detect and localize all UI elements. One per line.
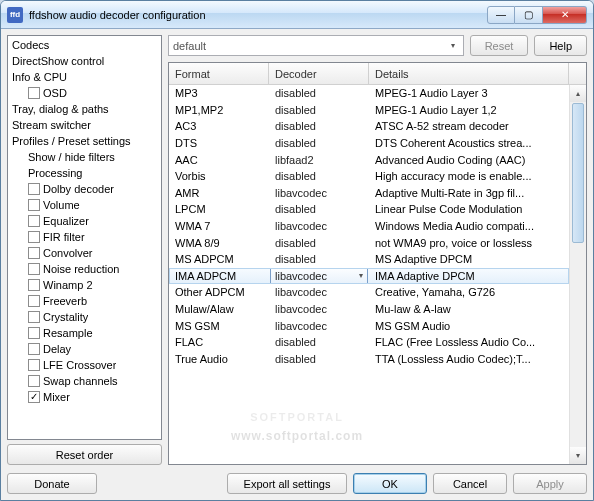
cell-decoder[interactable]: disabled xyxy=(269,137,369,149)
column-header-details[interactable]: Details xyxy=(369,63,569,84)
checkbox-icon[interactable] xyxy=(28,343,40,355)
tree-item[interactable]: Profiles / Preset settings xyxy=(8,133,161,149)
table-row[interactable]: MP1,MP2disabledMPEG-1 Audio Layer 1,2 xyxy=(169,102,569,119)
tree-item[interactable]: LFE Crossover xyxy=(8,357,161,373)
cell-decoder[interactable]: disabled xyxy=(269,87,369,99)
cell-format: WMA 7 xyxy=(169,220,269,232)
table-row[interactable]: LPCMdisabledLinear Pulse Code Modulation xyxy=(169,201,569,218)
table-row[interactable]: AC3disabledATSC A-52 stream decoder xyxy=(169,118,569,135)
scroll-down-icon[interactable]: ▾ xyxy=(570,447,586,464)
cell-decoder[interactable]: disabled xyxy=(269,336,369,348)
column-header-decoder[interactable]: Decoder xyxy=(269,63,369,84)
tree-item[interactable]: OSD xyxy=(8,85,161,101)
tree-item[interactable]: Crystality xyxy=(8,309,161,325)
tree-item[interactable]: Winamp 2 xyxy=(8,277,161,293)
cell-decoder[interactable]: libfaad2 xyxy=(269,154,369,166)
cell-decoder[interactable]: disabled xyxy=(269,353,369,365)
checkbox-icon[interactable] xyxy=(28,295,40,307)
checkbox-icon[interactable] xyxy=(28,279,40,291)
tree-item[interactable]: Equalizer xyxy=(8,213,161,229)
tree-item[interactable]: Info & CPU xyxy=(8,69,161,85)
cell-decoder[interactable]: libavcodec xyxy=(269,187,369,199)
tree-item[interactable]: Freeverb xyxy=(8,293,161,309)
checkbox-icon[interactable] xyxy=(28,263,40,275)
ok-button[interactable]: OK xyxy=(353,473,427,494)
checkbox-icon[interactable] xyxy=(28,359,40,371)
column-header-format[interactable]: Format xyxy=(169,63,269,84)
tree-item[interactable]: Noise reduction xyxy=(8,261,161,277)
checkbox-icon[interactable] xyxy=(28,247,40,259)
tree-item[interactable]: Convolver xyxy=(8,245,161,261)
table-row[interactable]: MP3disabledMPEG-1 Audio Layer 3 xyxy=(169,85,569,102)
cell-decoder[interactable]: disabled xyxy=(269,237,369,249)
reset-button[interactable]: Reset xyxy=(470,35,529,56)
cell-decoder[interactable]: libavcodec xyxy=(269,220,369,232)
table-row[interactable]: MS GSMlibavcodecMS GSM Audio xyxy=(169,317,569,334)
apply-button[interactable]: Apply xyxy=(513,473,587,494)
tree-item[interactable]: Delay xyxy=(8,341,161,357)
tree-item[interactable]: Show / hide filters xyxy=(8,149,161,165)
checkbox-icon[interactable] xyxy=(28,215,40,227)
tree-item[interactable]: Tray, dialog & paths xyxy=(8,101,161,117)
cell-decoder[interactable]: libavcodec xyxy=(269,303,369,315)
cell-decoder[interactable]: libavcodec xyxy=(269,320,369,332)
checkbox-icon[interactable]: ✓ xyxy=(28,391,40,403)
reset-order-button[interactable]: Reset order xyxy=(7,444,162,465)
checkbox-icon[interactable] xyxy=(28,311,40,323)
tree-item[interactable]: FIR filter xyxy=(8,229,161,245)
maximize-button[interactable]: ▢ xyxy=(515,6,543,24)
cell-decoder[interactable]: disabled xyxy=(269,253,369,265)
cell-format: AC3 xyxy=(169,120,269,132)
checkbox-icon[interactable] xyxy=(28,183,40,195)
cell-details: MPEG-1 Audio Layer 3 xyxy=(369,87,569,99)
vertical-scrollbar[interactable]: ▴ ▾ xyxy=(569,85,586,464)
checkbox-icon[interactable] xyxy=(28,231,40,243)
table-row[interactable]: DTSdisabledDTS Coherent Acoustics strea.… xyxy=(169,135,569,152)
minimize-button[interactable]: — xyxy=(487,6,515,24)
tree-item[interactable]: Swap channels xyxy=(8,373,161,389)
checkbox-icon[interactable] xyxy=(28,327,40,339)
checkbox-icon[interactable] xyxy=(28,87,40,99)
table-row[interactable]: WMA 7libavcodecWindows Media Audio compa… xyxy=(169,218,569,235)
export-button[interactable]: Export all settings xyxy=(227,473,347,494)
tree-item[interactable]: Resample xyxy=(8,325,161,341)
cell-decoder[interactable]: disabled xyxy=(269,104,369,116)
decoder-select[interactable]: libavcodec▾ xyxy=(270,268,368,284)
cell-decoder[interactable]: libavcodec▾ xyxy=(269,268,369,284)
sidebar-tree[interactable]: CodecsDirectShow controlInfo & CPUOSDTra… xyxy=(7,35,162,440)
checkbox-icon[interactable] xyxy=(28,375,40,387)
table-row[interactable]: AAClibfaad2Advanced Audio Coding (AAC) xyxy=(169,151,569,168)
table-row[interactable]: AMRlibavcodecAdaptive Multi-Rate in 3gp … xyxy=(169,185,569,202)
table-row[interactable]: Other ADPCMlibavcodecCreative, Yamaha, G… xyxy=(169,284,569,301)
help-button[interactable]: Help xyxy=(534,35,587,56)
table-row[interactable]: IMA ADPCMlibavcodec▾IMA Adaptive DPCM xyxy=(169,268,569,285)
table-row[interactable]: FLACdisabledFLAC (Free Lossless Audio Co… xyxy=(169,334,569,351)
tree-item[interactable]: ✓Mixer xyxy=(8,389,161,405)
table-row[interactable]: MS ADPCMdisabledMS Adaptive DPCM xyxy=(169,251,569,268)
tree-item[interactable]: Volume xyxy=(8,197,161,213)
cell-decoder[interactable]: disabled xyxy=(269,120,369,132)
cell-decoder[interactable]: disabled xyxy=(269,203,369,215)
checkbox-icon[interactable] xyxy=(28,199,40,211)
tree-item-label: Show / hide filters xyxy=(28,151,115,163)
scroll-up-icon[interactable]: ▴ xyxy=(570,85,586,102)
tree-item[interactable]: Processing xyxy=(8,165,161,181)
tree-item[interactable]: Codecs xyxy=(8,37,161,53)
preset-select[interactable]: default ▾ xyxy=(168,35,464,56)
table-row[interactable]: Mulaw/AlawlibavcodecMu-law & A-law xyxy=(169,301,569,318)
cell-decoder[interactable]: libavcodec xyxy=(269,286,369,298)
cancel-button[interactable]: Cancel xyxy=(433,473,507,494)
tree-item-label: Equalizer xyxy=(43,215,89,227)
donate-button[interactable]: Donate xyxy=(7,473,97,494)
table-row[interactable]: True AudiodisabledTTA (Lossless Audio Co… xyxy=(169,351,569,368)
tree-item[interactable]: DirectShow control xyxy=(8,53,161,69)
tree-item-label: Freeverb xyxy=(43,295,87,307)
tree-item-label: Swap channels xyxy=(43,375,118,387)
tree-item[interactable]: Dolby decoder xyxy=(8,181,161,197)
table-row[interactable]: VorbisdisabledHigh accuracy mode is enab… xyxy=(169,168,569,185)
close-button[interactable]: ✕ xyxy=(543,6,587,24)
scroll-thumb[interactable] xyxy=(572,103,584,243)
table-row[interactable]: WMA 8/9disablednot WMA9 pro, voice or lo… xyxy=(169,234,569,251)
cell-decoder[interactable]: disabled xyxy=(269,170,369,182)
tree-item[interactable]: Stream switcher xyxy=(8,117,161,133)
